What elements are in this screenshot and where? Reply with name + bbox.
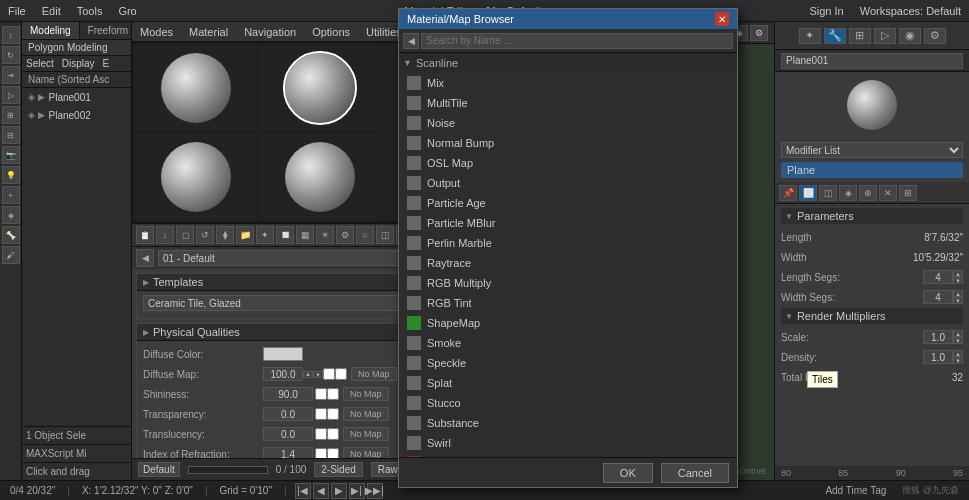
multitile-label: MultiTile — [427, 97, 468, 109]
shapemap-icon — [407, 316, 421, 330]
modal-footer: OK Cancel — [399, 457, 737, 480]
modal-item-swirl[interactable]: Swirl — [399, 433, 737, 453]
modal-item-noise[interactable]: Noise — [399, 113, 737, 133]
splat-icon — [407, 376, 421, 390]
perlinmarble-icon — [407, 236, 421, 250]
modal-search-input[interactable] — [421, 33, 733, 49]
modal-item-splat[interactable]: Splat — [399, 373, 737, 393]
particlemblur-icon — [407, 216, 421, 230]
perlinmarble-label: Perlin Marble — [427, 237, 492, 249]
modal-item-substance[interactable]: Substance — [399, 413, 737, 433]
modal-ok-button[interactable]: OK — [603, 463, 653, 481]
output-icon — [407, 176, 421, 190]
rgbmultiply-label: RGB Multiply — [427, 277, 491, 289]
modal-toolbar: ◀ — [399, 29, 737, 53]
stucco-label: Stucco — [427, 397, 461, 409]
modal-item-particleage[interactable]: Particle Age — [399, 193, 737, 213]
stucco-icon — [407, 396, 421, 410]
particleage-icon — [407, 196, 421, 210]
modal-back-btn[interactable]: ◀ — [403, 33, 419, 49]
mix-icon — [407, 76, 421, 90]
mix-label: Mix — [427, 77, 444, 89]
modal-item-speckle[interactable]: Speckle — [399, 353, 737, 373]
modal-item-particlemblur[interactable]: Particle MBlur — [399, 213, 737, 233]
modal-item-smoke[interactable]: Smoke — [399, 333, 737, 353]
rgbtint-icon — [407, 296, 421, 310]
modal-item-multitile[interactable]: MultiTile — [399, 93, 737, 113]
modal-titlebar: Material/Map Browser ✕ — [399, 22, 737, 29]
multitile-icon — [407, 96, 421, 110]
output-label: Output — [427, 177, 460, 189]
modal-item-shapemap[interactable]: ShapeMap — [399, 313, 737, 333]
smoke-icon — [407, 336, 421, 350]
modal-item-oslmap[interactable]: OSL Map — [399, 153, 737, 173]
raytrace-icon — [407, 256, 421, 270]
substance-icon — [407, 416, 421, 430]
modal-overlay: Material/Map Browser ✕ ◀ ▼ Scanline Mix — [0, 22, 969, 480]
modal-item-perlinmarble[interactable]: Perlin Marble — [399, 233, 737, 253]
modal-item-rgbtint[interactable]: RGB Tint — [399, 293, 737, 313]
noise-label: Noise — [427, 117, 455, 129]
oslmap-label: OSL Map — [427, 157, 473, 169]
particlemblur-label: Particle MBlur — [427, 217, 495, 229]
normalbump-label: Normal Bump — [427, 137, 494, 149]
app-container: File Edit Tools Gro Material Editor - 01… — [0, 0, 969, 500]
modal-item-normalbump[interactable]: Normal Bump — [399, 133, 737, 153]
rgbtint-label: RGB Tint — [427, 297, 472, 309]
speckle-label: Speckle — [427, 357, 466, 369]
modal-item-stucco[interactable]: Stucco — [399, 393, 737, 413]
normalbump-icon — [407, 136, 421, 150]
swirl-icon — [407, 436, 421, 450]
substance-label: Substance — [427, 417, 479, 429]
main-area: ↕ ↻ ⇥ ▷ ⊞ ⊟ 📷 💡 + ◈ 🦴 🖌 Modeling Freefor… — [0, 22, 969, 480]
raytrace-label: Raytrace — [427, 257, 471, 269]
speckle-icon — [407, 356, 421, 370]
shapemap-label: ShapeMap — [427, 317, 480, 329]
particleage-label: Particle Age — [427, 197, 486, 209]
oslmap-icon — [407, 156, 421, 170]
swirl-label: Swirl — [427, 437, 451, 449]
modal-item-mix[interactable]: Mix — [399, 73, 737, 93]
smoke-label: Smoke — [427, 337, 461, 349]
scanline-group[interactable]: ▼ Scanline — [399, 53, 737, 73]
modal-item-output[interactable]: Output — [399, 173, 737, 193]
splat-label: Splat — [427, 377, 452, 389]
rgbmultiply-icon — [407, 276, 421, 290]
modal-cancel-button[interactable]: Cancel — [661, 463, 729, 481]
modal-close-button[interactable]: ✕ — [715, 22, 729, 26]
modal-title: Material/Map Browser — [407, 22, 514, 25]
modal-item-list: ▼ Scanline Mix MultiTile Noise — [399, 53, 737, 457]
modal-item-raytrace[interactable]: Raytrace — [399, 253, 737, 273]
noise-icon — [407, 116, 421, 130]
material-map-browser: Material/Map Browser ✕ ◀ ▼ Scanline Mix — [398, 22, 738, 480]
modal-item-rgbmultiply[interactable]: RGB Multiply — [399, 273, 737, 293]
